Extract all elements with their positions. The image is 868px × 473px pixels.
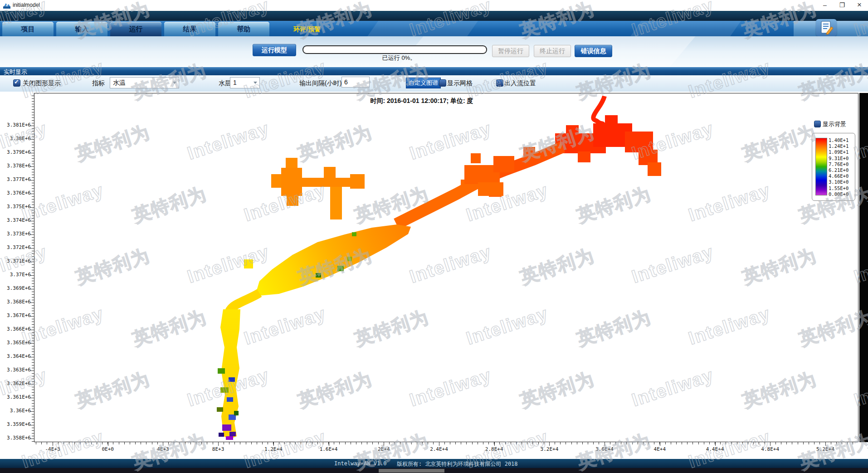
progress-bar xyxy=(302,45,487,54)
maximize-button[interactable]: ❐ xyxy=(834,0,851,11)
y-tick-label: 3.378E+6 xyxy=(0,163,31,169)
y-minor-tick xyxy=(32,172,34,172)
edit-document-icon[interactable] xyxy=(816,19,837,36)
x-minor-tick xyxy=(389,442,390,444)
x-minor-tick xyxy=(825,442,826,444)
x-minor-tick xyxy=(621,442,621,444)
x-minor-tick xyxy=(107,442,108,444)
layer-select[interactable]: 1 xyxy=(230,77,260,88)
x-minor-tick xyxy=(218,442,219,444)
y-minor-tick xyxy=(32,430,34,431)
x-minor-tick xyxy=(665,442,666,444)
y-tick-label: 3.376E+6 xyxy=(0,190,31,196)
y-minor-tick xyxy=(32,297,34,297)
x-minor-tick xyxy=(577,442,577,444)
x-minor-tick xyxy=(428,442,428,444)
y-minor-tick xyxy=(32,422,34,423)
x-minor-tick xyxy=(478,442,478,444)
y-minor-tick xyxy=(32,357,34,357)
x-tick-label: -4E+3 xyxy=(32,446,73,452)
inout-flow-checkbox[interactable] xyxy=(496,79,503,87)
show-grid-checkbox[interactable] xyxy=(439,79,446,87)
y-minor-tick xyxy=(32,330,34,330)
y-minor-tick xyxy=(32,254,34,254)
y-minor-tick xyxy=(32,381,34,382)
y-minor-tick xyxy=(32,109,34,110)
plot-right-margin xyxy=(859,93,868,442)
x-minor-tick xyxy=(201,442,202,444)
x-tick-label: 4.4E+4 xyxy=(695,446,736,452)
env-warning-label: 环评/预警 xyxy=(293,25,321,34)
legend-value-label: 1.24E+1 xyxy=(829,143,848,149)
x-minor-tick xyxy=(571,442,572,444)
x-minor-tick xyxy=(786,442,787,444)
show-grid-label: 显示网格 xyxy=(447,79,473,88)
x-minor-tick xyxy=(406,442,406,444)
output-interval-input[interactable] xyxy=(341,77,370,88)
realtime-section-header: 实时显示 xyxy=(0,67,868,75)
y-minor-tick xyxy=(32,180,34,180)
stop-run-button[interactable]: 终止运行 xyxy=(534,45,571,57)
x-minor-tick xyxy=(351,442,351,444)
y-tick-label: 3.369E+6 xyxy=(0,285,31,291)
y-minor-tick xyxy=(32,115,34,115)
tab-project[interactable]: 项目 xyxy=(2,22,54,36)
tab-run[interactable]: 运行 xyxy=(110,22,161,36)
x-minor-tick xyxy=(649,442,649,444)
tab-help[interactable]: 帮助 xyxy=(218,22,269,36)
x-minor-tick xyxy=(555,442,555,444)
y-minor-tick xyxy=(32,428,34,428)
close-button[interactable]: × xyxy=(851,0,868,11)
y-tick-label: 3.379E+6 xyxy=(0,149,31,155)
y-minor-tick xyxy=(32,191,34,191)
show-background-checkbox[interactable] xyxy=(814,121,821,127)
x-minor-tick xyxy=(809,442,809,444)
x-minor-tick xyxy=(759,442,759,444)
x-minor-tick xyxy=(53,442,53,444)
tab-input[interactable]: 输入 xyxy=(56,22,107,36)
y-minor-tick xyxy=(32,259,34,259)
y-minor-tick xyxy=(32,240,34,240)
y-minor-tick xyxy=(32,292,34,292)
y-minor-tick xyxy=(32,120,34,121)
x-minor-tick xyxy=(549,442,550,444)
chevron-down-icon xyxy=(254,82,257,84)
y-minor-tick xyxy=(32,332,34,333)
x-minor-tick xyxy=(775,442,776,444)
x-tick-label: 4.8E+4 xyxy=(750,446,790,452)
custom-palette-button[interactable]: 自定义图谱 xyxy=(406,78,441,88)
y-minor-tick xyxy=(32,243,34,243)
pause-run-button[interactable]: 暂停运行 xyxy=(492,45,529,57)
legend-value-label: 0.00E+0 xyxy=(829,191,848,197)
run-model-button[interactable]: 运行模型 xyxy=(253,44,296,56)
tab-results[interactable]: 结果 xyxy=(164,22,215,36)
y-minor-tick xyxy=(32,300,34,300)
close-graph-checkbox[interactable] xyxy=(13,79,20,87)
error-info-button[interactable]: 错误信息 xyxy=(575,45,612,57)
y-minor-tick xyxy=(32,245,34,246)
indicator-select[interactable]: 水温 xyxy=(110,77,179,88)
x-minor-tick xyxy=(268,442,268,444)
y-minor-tick xyxy=(32,351,34,352)
x-minor-tick xyxy=(240,442,240,444)
layer-label: 水层 xyxy=(219,79,231,88)
x-tick-label: 4E+4 xyxy=(639,446,680,452)
x-minor-tick xyxy=(715,442,715,444)
x-minor-tick xyxy=(234,442,235,444)
x-minor-tick xyxy=(124,442,125,444)
y-minor-tick xyxy=(32,117,34,118)
chevron-down-icon xyxy=(173,82,176,84)
y-minor-tick xyxy=(32,147,34,148)
y-minor-tick xyxy=(32,387,34,387)
y-minor-tick xyxy=(32,324,34,325)
progress-text: 已运行 0%。 xyxy=(358,54,440,62)
y-minor-tick xyxy=(32,433,34,434)
temperature-map xyxy=(34,93,858,442)
x-minor-tick xyxy=(692,442,693,444)
y-minor-tick xyxy=(32,139,34,140)
x-minor-tick xyxy=(659,442,660,444)
x-minor-tick xyxy=(819,442,820,444)
x-minor-tick xyxy=(792,442,792,444)
minimize-button[interactable]: – xyxy=(816,0,834,11)
y-minor-tick xyxy=(32,398,34,398)
